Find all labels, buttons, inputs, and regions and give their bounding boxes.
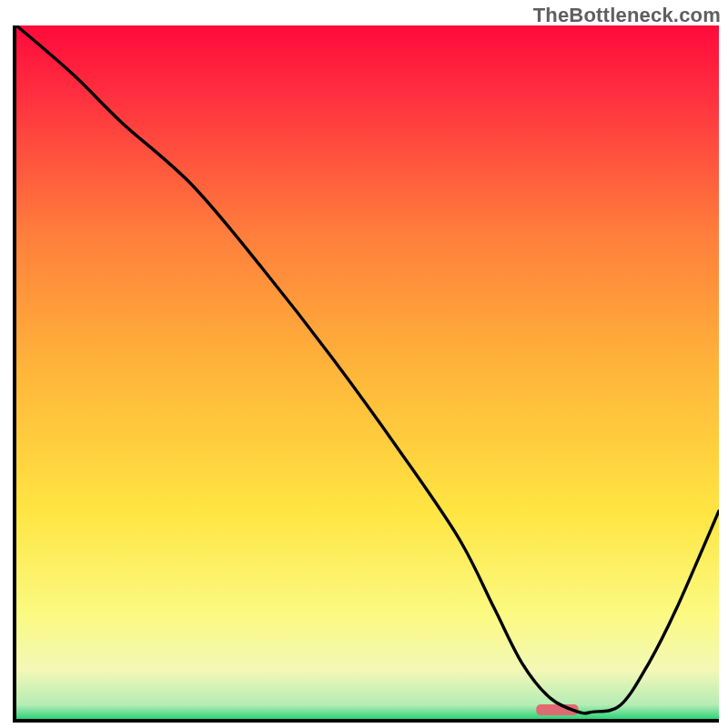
chart-root: TheBottleneck.com xyxy=(0,0,728,728)
watermark-text: TheBottleneck.com xyxy=(533,4,721,27)
chart-svg xyxy=(16,25,719,719)
gradient-background xyxy=(16,25,719,719)
plot-frame xyxy=(13,25,719,723)
plot-area xyxy=(16,25,719,719)
